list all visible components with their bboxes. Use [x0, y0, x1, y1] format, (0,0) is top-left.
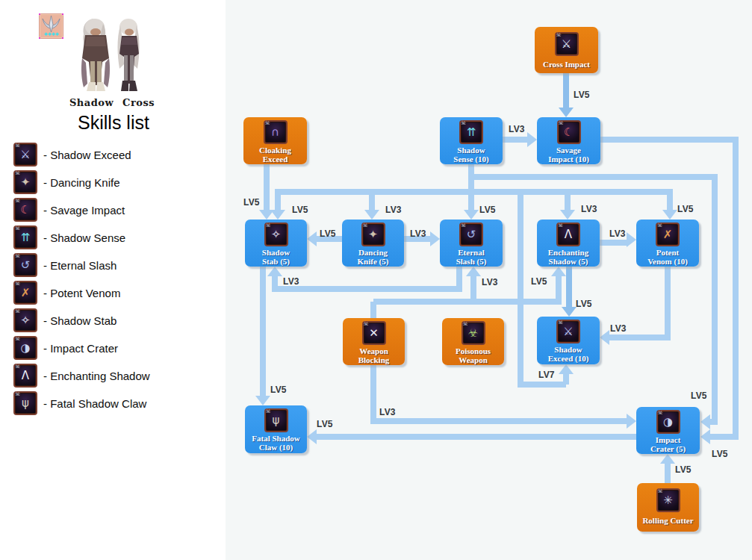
- skill-node-shadow-exceed[interactable]: ☠⚔Shadow Exceed (10): [537, 317, 600, 364]
- skull-ornament-icon: ☠: [658, 488, 663, 494]
- arrowhead-left-icon: [700, 414, 710, 429]
- skill-node-label: Shadow Exceed (10): [548, 345, 589, 363]
- arrowhead-down-icon: [364, 210, 379, 220]
- arrowhead-down-icon: [259, 210, 274, 220]
- arrowhead-left-icon: [700, 429, 710, 444]
- skill-glyph-icon: ✧: [271, 229, 281, 240]
- edge-level-label: LV3: [509, 124, 525, 134]
- arrowhead-up-icon: [559, 364, 574, 374]
- edge-segment: [260, 267, 266, 396]
- skull-ornament-icon: ☠: [558, 223, 563, 228]
- edge-level-label: LV3: [385, 205, 402, 215]
- skill-node-cross-impact[interactable]: ☠⚔Cross Impact: [535, 27, 598, 73]
- skull-ornament-icon: ☠: [266, 223, 271, 228]
- skull-ornament-icon: ☠: [364, 321, 369, 327]
- edge-segment: [665, 267, 671, 340]
- skill-node-savage-impact[interactable]: ☠☾Savage Impact (10): [537, 117, 600, 164]
- skill-icon: ☠⚔: [556, 320, 580, 343]
- skill-glyph-icon: ψ: [273, 415, 280, 426]
- edge-segment: [563, 73, 569, 108]
- skill-node-enchanting-shadow[interactable]: ☠ΛEnchanting Shadow (5): [537, 220, 600, 267]
- skill-node-label: Enchanting Shadow (5): [548, 248, 588, 266]
- edge-segment: [566, 267, 572, 307]
- edge-segment: [317, 434, 636, 440]
- edge-segment: [600, 137, 739, 143]
- edge-segment: [667, 189, 673, 210]
- edge-segment: [518, 195, 523, 388]
- edge-level-label: LV5: [675, 464, 692, 475]
- edge-segment: [272, 276, 278, 286]
- edge-segment: [503, 137, 527, 143]
- edge-segment: [468, 164, 474, 210]
- edge-segment: [370, 365, 376, 424]
- edge-segment: [272, 286, 462, 292]
- skill-glyph-icon: ⇈: [467, 127, 476, 138]
- skill-icon: ☠✳: [656, 488, 680, 512]
- edge-level-label: LV5: [691, 391, 707, 401]
- arrowhead-right-icon: [627, 232, 636, 247]
- skill-node-label: Eternal Slash (5): [456, 248, 487, 266]
- skull-ornament-icon: ☠: [463, 321, 468, 327]
- edge-segment: [373, 418, 627, 424]
- arrowhead-down-icon: [255, 396, 270, 405]
- arrowhead-right-icon: [627, 414, 636, 429]
- skill-icon: ☠✧: [264, 223, 288, 246]
- skill-node-eternal-slash[interactable]: ☠↺Eternal Slash (5): [440, 220, 503, 267]
- skill-node-fatal-shadow-claw[interactable]: ☠ψFatal Shadow Claw (10): [245, 405, 307, 453]
- skill-node-cloaking-exceed[interactable]: ☠∩Cloaking Exceed: [243, 117, 307, 164]
- skull-ornament-icon: ☠: [559, 120, 564, 126]
- edge-segment: [518, 382, 566, 388]
- edge-segment: [565, 195, 571, 210]
- skill-node-shadow-sense[interactable]: ☠⇈Shadow Sense (10): [440, 117, 503, 164]
- edge-segment: [733, 143, 739, 440]
- skill-node-label: Poisonous Weapon: [456, 346, 491, 364]
- edge-segment: [373, 299, 562, 305]
- skill-glyph-icon: ✕: [369, 328, 379, 339]
- skill-node-poisonous-weapon[interactable]: ☠☣Poisonous Weapon: [442, 318, 504, 365]
- skill-glyph-icon: ✳: [663, 495, 673, 506]
- edge-level-label: LV5: [677, 204, 694, 214]
- skill-glyph-icon: ⚔: [563, 326, 573, 337]
- skill-node-potent-venom[interactable]: ☠✗Potent Venom (10): [636, 220, 699, 267]
- skull-ornament-icon: ☠: [658, 410, 663, 416]
- skull-ornament-icon: ☠: [266, 408, 271, 414]
- skull-ornament-icon: ☠: [461, 223, 466, 228]
- edge-segment: [471, 174, 718, 180]
- skill-node-rolling-cutter[interactable]: ☠✳Rolling Cutter: [637, 483, 699, 532]
- edge-segment: [369, 195, 375, 210]
- skill-glyph-icon: ∩: [271, 127, 279, 138]
- edge-level-label: LV5: [270, 385, 287, 395]
- arrowhead-up-icon: [551, 267, 566, 276]
- edge-segment: [710, 434, 739, 440]
- skull-ornament-icon: ☠: [265, 120, 270, 126]
- edge-level-label: LV3: [379, 407, 396, 417]
- edge-level-label: LV3: [283, 276, 299, 287]
- skill-icon: ☠↺: [459, 223, 483, 246]
- edge-segment: [712, 180, 718, 425]
- arrowhead-down-icon: [464, 210, 479, 220]
- edge-level-label: LV5: [292, 205, 308, 215]
- diagram: LV5LV3LV5LV5LV5LV5LV3LV3LV5LV7LV5LV5LV3L…: [0, 0, 752, 560]
- skill-icon: ☠✕: [362, 321, 386, 345]
- arrowhead-down-icon: [662, 210, 677, 220]
- skill-icon: ☠∩: [264, 120, 288, 144]
- skull-ornament-icon: ☠: [363, 223, 368, 228]
- edge-level-label: LV3: [610, 323, 627, 334]
- skill-node-label: Cloaking Exceed: [259, 146, 291, 164]
- skill-node-weapon-blocking[interactable]: ☠✕Weapon Blocking: [343, 318, 405, 365]
- skill-glyph-icon: ✗: [663, 229, 673, 240]
- skill-node-impact-crater[interactable]: ☠◑Impact Crater (5): [636, 407, 700, 454]
- edge-level-label: LV5: [320, 228, 336, 239]
- skill-node-shadow-stab[interactable]: ☠✧Shadow Stab (5): [245, 220, 307, 267]
- skill-node-label: Fatal Shadow Claw (10): [252, 434, 300, 452]
- edge-segment: [563, 374, 569, 385]
- arrowhead-up-icon: [466, 267, 481, 276]
- arrowhead-left-icon: [307, 231, 317, 246]
- arrowhead-down-icon: [562, 307, 577, 317]
- edge-segment: [264, 164, 270, 210]
- skill-node-dancing-knife[interactable]: ☠✦Dancing Knife (5): [342, 220, 404, 267]
- edge-level-label: LV5: [531, 276, 547, 287]
- edge-level-label: LV5: [576, 299, 592, 309]
- skill-glyph-icon: ☣: [468, 328, 478, 339]
- skill-icon: ☠✗: [656, 223, 680, 246]
